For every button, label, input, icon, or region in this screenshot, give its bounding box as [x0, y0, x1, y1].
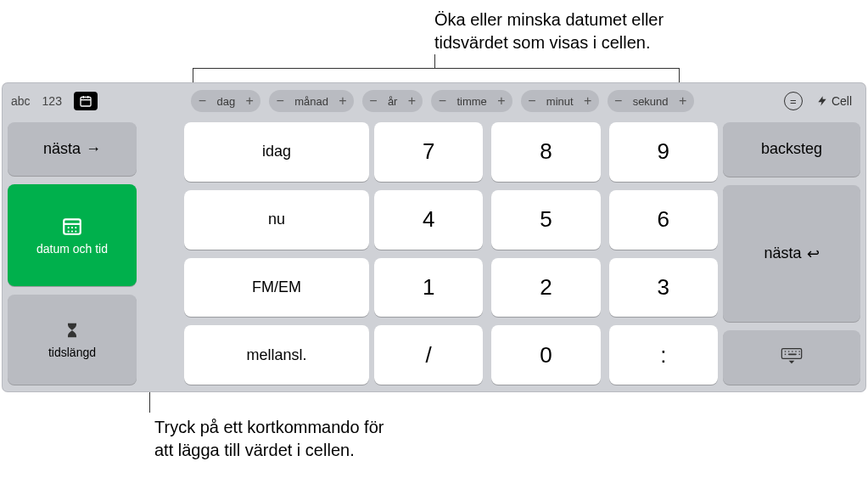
next-label: nästa — [43, 140, 81, 158]
digit-label: 5 — [540, 206, 552, 233]
digit-label: 6 — [658, 206, 669, 233]
now-label: nu — [268, 211, 285, 228]
keyboard-top-row: abc 123 − dag + − månad + − år + — [3, 83, 865, 119]
svg-rect-0 — [81, 97, 91, 106]
cell-format-button[interactable]: Cell — [816, 94, 852, 108]
svg-point-15 — [792, 351, 793, 352]
space-button[interactable]: mellansl. — [184, 325, 369, 385]
ampm-button[interactable]: FM/EM — [184, 258, 369, 318]
arrow-right-icon: → — [86, 140, 101, 158]
date-time-mode-button[interactable]: datum och tid — [8, 184, 137, 286]
increment-day: − dag + — [191, 90, 260, 112]
next-down-label: nästa — [764, 245, 801, 262]
key-4[interactable]: 4 — [374, 190, 483, 250]
increment-minute-label: minut — [545, 95, 575, 108]
increment-month: − månad + — [269, 90, 354, 112]
callout-line — [434, 54, 435, 68]
svg-point-7 — [71, 227, 73, 228]
increment-second-button[interactable]: + — [677, 94, 689, 108]
key-3[interactable]: 3 — [609, 258, 718, 318]
key-9[interactable]: 9 — [609, 122, 718, 182]
increment-day-label: dag — [215, 95, 237, 108]
key-6[interactable]: 6 — [609, 190, 718, 250]
keyboard-top-right: = Cell — [721, 92, 857, 110]
shortcuts-column: idag nu FM/EM mellansl. — [184, 122, 369, 385]
svg-point-9 — [68, 231, 70, 233]
backspace-button[interactable]: backsteg — [723, 122, 860, 177]
callout-line — [679, 68, 680, 85]
tab-123[interactable]: 123 — [42, 94, 62, 108]
increment-year-button[interactable]: + — [406, 94, 417, 108]
hourglass-icon — [64, 320, 81, 340]
svg-point-6 — [68, 227, 70, 228]
today-button[interactable]: idag — [184, 122, 369, 182]
formula-equals-button[interactable]: = — [784, 92, 803, 110]
digit-label: 8 — [540, 138, 552, 165]
increment-hour: − timme + — [431, 90, 512, 112]
key-8[interactable]: 8 — [491, 122, 600, 182]
space-label: mellansl. — [246, 346, 306, 364]
annotation-shortcuts: Tryck på ett kortkommando för att lägga … — [154, 416, 519, 462]
digit-label: 7 — [423, 138, 434, 165]
svg-point-11 — [75, 231, 76, 233]
increment-minute-button[interactable]: + — [582, 94, 594, 108]
increment-minute: − minut + — [521, 90, 599, 112]
increment-controls: − dag + − månad + − år + − timme + − min — [169, 90, 716, 112]
increment-hour-label: timme — [455, 95, 488, 108]
tab-datetime-icon[interactable] — [74, 92, 98, 110]
increment-second: − sekund + — [608, 90, 694, 112]
decrement-hour-button[interactable]: − — [436, 94, 448, 108]
key-0[interactable]: 0 — [491, 325, 600, 385]
tab-abc[interactable]: abc — [11, 94, 31, 108]
next-cell-down-button[interactable]: nästa ↩ — [723, 185, 860, 322]
increment-day-button[interactable]: + — [244, 94, 255, 108]
svg-point-17 — [798, 351, 800, 352]
svg-point-18 — [785, 353, 787, 355]
numpad: 7 8 9 4 5 6 1 2 3 / 0 : — [374, 122, 718, 385]
today-label: idag — [262, 143, 291, 160]
svg-point-10 — [71, 231, 73, 233]
keyboard-mode-tabs: abc 123 — [11, 92, 164, 110]
svg-point-19 — [798, 353, 800, 355]
key-2[interactable]: 2 — [491, 258, 600, 318]
key-colon[interactable]: : — [609, 325, 718, 385]
increment-hour-button[interactable]: + — [496, 94, 507, 108]
digit-label: : — [660, 342, 666, 368]
callout-line — [193, 68, 679, 69]
dismiss-keyboard-button[interactable] — [723, 330, 860, 385]
calendar-icon — [61, 215, 83, 237]
next-cell-right-button[interactable]: nästa → — [8, 122, 137, 176]
digit-label: 0 — [540, 342, 552, 368]
duration-mode-button[interactable]: tidslängd — [8, 295, 137, 385]
decrement-day-button[interactable]: − — [196, 94, 208, 108]
key-7[interactable]: 7 — [374, 122, 483, 182]
cell-button-label: Cell — [832, 94, 852, 108]
increment-second-label: sekund — [631, 95, 670, 108]
left-column: nästa → datum och tid tidslängd — [8, 122, 137, 385]
decrement-second-button[interactable]: − — [613, 94, 624, 108]
increment-month-button[interactable]: + — [337, 94, 349, 108]
increment-year-label: år — [386, 95, 400, 108]
keyboard-dismiss-icon — [780, 347, 804, 368]
datetime-label: datum och tid — [36, 242, 108, 256]
digit-label: 2 — [540, 274, 552, 301]
svg-point-16 — [795, 351, 797, 352]
key-1[interactable]: 1 — [374, 258, 483, 318]
lightning-icon — [816, 95, 828, 107]
increment-year: − år + — [362, 90, 423, 112]
svg-rect-20 — [788, 353, 797, 355]
ampm-label: FM/EM — [252, 278, 301, 296]
key-slash[interactable]: / — [374, 325, 483, 385]
return-icon: ↩ — [807, 245, 820, 263]
digit-label: 1 — [423, 274, 434, 301]
digit-label: 3 — [658, 274, 669, 301]
equals-icon: = — [790, 95, 797, 108]
callout-line — [193, 68, 193, 85]
decrement-year-button[interactable]: − — [367, 94, 379, 108]
now-button[interactable]: nu — [184, 190, 369, 250]
duration-label: tidslängd — [48, 346, 96, 359]
key-5[interactable]: 5 — [491, 190, 600, 250]
decrement-month-button[interactable]: − — [274, 94, 286, 108]
decrement-minute-button[interactable]: − — [526, 94, 538, 108]
digit-label: 9 — [658, 138, 669, 165]
